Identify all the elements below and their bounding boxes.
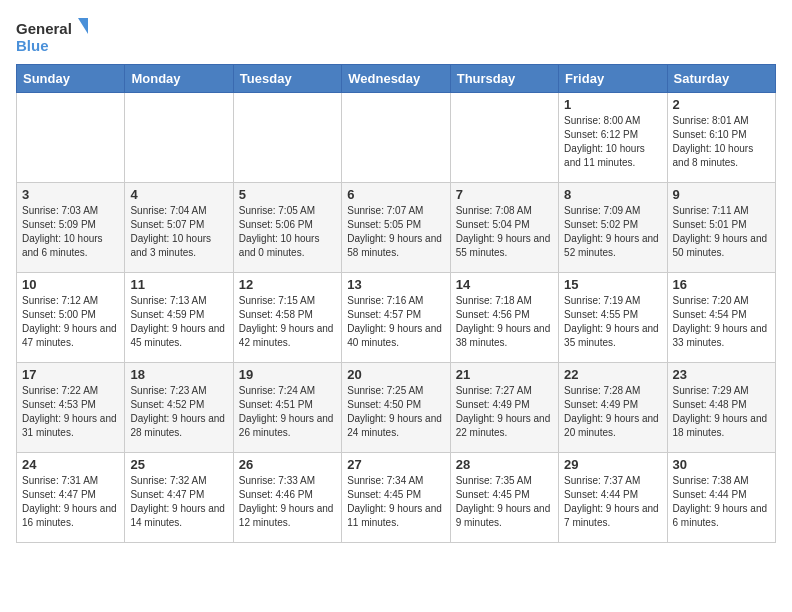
cell-info: Sunrise: 7:29 AM Sunset: 4:48 PM Dayligh… bbox=[673, 384, 770, 440]
day-number: 25 bbox=[130, 457, 227, 472]
cell-info: Sunrise: 7:25 AM Sunset: 4:50 PM Dayligh… bbox=[347, 384, 444, 440]
weekday-header-friday: Friday bbox=[559, 65, 667, 93]
day-number: 17 bbox=[22, 367, 119, 382]
cell-info: Sunrise: 7:07 AM Sunset: 5:05 PM Dayligh… bbox=[347, 204, 444, 260]
calendar-table: SundayMondayTuesdayWednesdayThursdayFrid… bbox=[16, 64, 776, 543]
calendar-cell: 28Sunrise: 7:35 AM Sunset: 4:45 PM Dayli… bbox=[450, 453, 558, 543]
week-row-5: 24Sunrise: 7:31 AM Sunset: 4:47 PM Dayli… bbox=[17, 453, 776, 543]
weekday-header-thursday: Thursday bbox=[450, 65, 558, 93]
calendar-cell: 7Sunrise: 7:08 AM Sunset: 5:04 PM Daylig… bbox=[450, 183, 558, 273]
day-number: 1 bbox=[564, 97, 661, 112]
svg-marker-2 bbox=[78, 18, 88, 34]
calendar-cell: 20Sunrise: 7:25 AM Sunset: 4:50 PM Dayli… bbox=[342, 363, 450, 453]
day-number: 30 bbox=[673, 457, 770, 472]
day-number: 14 bbox=[456, 277, 553, 292]
svg-text:Blue: Blue bbox=[16, 37, 49, 54]
logo: GeneralBlue bbox=[16, 16, 96, 56]
calendar-cell: 9Sunrise: 7:11 AM Sunset: 5:01 PM Daylig… bbox=[667, 183, 775, 273]
week-row-3: 10Sunrise: 7:12 AM Sunset: 5:00 PM Dayli… bbox=[17, 273, 776, 363]
day-number: 4 bbox=[130, 187, 227, 202]
calendar-cell bbox=[342, 93, 450, 183]
logo-svg: GeneralBlue bbox=[16, 16, 96, 56]
calendar-cell: 3Sunrise: 7:03 AM Sunset: 5:09 PM Daylig… bbox=[17, 183, 125, 273]
weekday-header-wednesday: Wednesday bbox=[342, 65, 450, 93]
calendar-cell: 24Sunrise: 7:31 AM Sunset: 4:47 PM Dayli… bbox=[17, 453, 125, 543]
cell-info: Sunrise: 7:12 AM Sunset: 5:00 PM Dayligh… bbox=[22, 294, 119, 350]
calendar-cell: 11Sunrise: 7:13 AM Sunset: 4:59 PM Dayli… bbox=[125, 273, 233, 363]
day-number: 13 bbox=[347, 277, 444, 292]
day-number: 27 bbox=[347, 457, 444, 472]
day-number: 28 bbox=[456, 457, 553, 472]
calendar-cell: 22Sunrise: 7:28 AM Sunset: 4:49 PM Dayli… bbox=[559, 363, 667, 453]
calendar-cell: 23Sunrise: 7:29 AM Sunset: 4:48 PM Dayli… bbox=[667, 363, 775, 453]
cell-info: Sunrise: 7:03 AM Sunset: 5:09 PM Dayligh… bbox=[22, 204, 119, 260]
calendar-cell: 25Sunrise: 7:32 AM Sunset: 4:47 PM Dayli… bbox=[125, 453, 233, 543]
day-number: 7 bbox=[456, 187, 553, 202]
weekday-header-row: SundayMondayTuesdayWednesdayThursdayFrid… bbox=[17, 65, 776, 93]
calendar-cell: 2Sunrise: 8:01 AM Sunset: 6:10 PM Daylig… bbox=[667, 93, 775, 183]
calendar-cell: 26Sunrise: 7:33 AM Sunset: 4:46 PM Dayli… bbox=[233, 453, 341, 543]
cell-info: Sunrise: 7:19 AM Sunset: 4:55 PM Dayligh… bbox=[564, 294, 661, 350]
calendar-cell: 16Sunrise: 7:20 AM Sunset: 4:54 PM Dayli… bbox=[667, 273, 775, 363]
cell-info: Sunrise: 7:31 AM Sunset: 4:47 PM Dayligh… bbox=[22, 474, 119, 530]
calendar-cell: 15Sunrise: 7:19 AM Sunset: 4:55 PM Dayli… bbox=[559, 273, 667, 363]
week-row-2: 3Sunrise: 7:03 AM Sunset: 5:09 PM Daylig… bbox=[17, 183, 776, 273]
day-number: 2 bbox=[673, 97, 770, 112]
calendar-cell: 21Sunrise: 7:27 AM Sunset: 4:49 PM Dayli… bbox=[450, 363, 558, 453]
cell-info: Sunrise: 7:35 AM Sunset: 4:45 PM Dayligh… bbox=[456, 474, 553, 530]
calendar-cell: 12Sunrise: 7:15 AM Sunset: 4:58 PM Dayli… bbox=[233, 273, 341, 363]
weekday-header-sunday: Sunday bbox=[17, 65, 125, 93]
calendar-cell bbox=[125, 93, 233, 183]
cell-info: Sunrise: 8:00 AM Sunset: 6:12 PM Dayligh… bbox=[564, 114, 661, 170]
day-number: 19 bbox=[239, 367, 336, 382]
day-number: 24 bbox=[22, 457, 119, 472]
day-number: 20 bbox=[347, 367, 444, 382]
calendar-cell: 27Sunrise: 7:34 AM Sunset: 4:45 PM Dayli… bbox=[342, 453, 450, 543]
calendar-cell: 18Sunrise: 7:23 AM Sunset: 4:52 PM Dayli… bbox=[125, 363, 233, 453]
day-number: 23 bbox=[673, 367, 770, 382]
cell-info: Sunrise: 7:27 AM Sunset: 4:49 PM Dayligh… bbox=[456, 384, 553, 440]
day-number: 29 bbox=[564, 457, 661, 472]
calendar-cell: 30Sunrise: 7:38 AM Sunset: 4:44 PM Dayli… bbox=[667, 453, 775, 543]
week-row-4: 17Sunrise: 7:22 AM Sunset: 4:53 PM Dayli… bbox=[17, 363, 776, 453]
day-number: 5 bbox=[239, 187, 336, 202]
calendar-cell: 1Sunrise: 8:00 AM Sunset: 6:12 PM Daylig… bbox=[559, 93, 667, 183]
cell-info: Sunrise: 7:04 AM Sunset: 5:07 PM Dayligh… bbox=[130, 204, 227, 260]
calendar-cell: 29Sunrise: 7:37 AM Sunset: 4:44 PM Dayli… bbox=[559, 453, 667, 543]
calendar-cell: 19Sunrise: 7:24 AM Sunset: 4:51 PM Dayli… bbox=[233, 363, 341, 453]
cell-info: Sunrise: 7:15 AM Sunset: 4:58 PM Dayligh… bbox=[239, 294, 336, 350]
day-number: 21 bbox=[456, 367, 553, 382]
cell-info: Sunrise: 7:20 AM Sunset: 4:54 PM Dayligh… bbox=[673, 294, 770, 350]
cell-info: Sunrise: 7:18 AM Sunset: 4:56 PM Dayligh… bbox=[456, 294, 553, 350]
day-number: 9 bbox=[673, 187, 770, 202]
weekday-header-saturday: Saturday bbox=[667, 65, 775, 93]
day-number: 15 bbox=[564, 277, 661, 292]
cell-info: Sunrise: 7:09 AM Sunset: 5:02 PM Dayligh… bbox=[564, 204, 661, 260]
week-row-1: 1Sunrise: 8:00 AM Sunset: 6:12 PM Daylig… bbox=[17, 93, 776, 183]
cell-info: Sunrise: 7:37 AM Sunset: 4:44 PM Dayligh… bbox=[564, 474, 661, 530]
calendar-cell bbox=[233, 93, 341, 183]
day-number: 18 bbox=[130, 367, 227, 382]
calendar-cell: 17Sunrise: 7:22 AM Sunset: 4:53 PM Dayli… bbox=[17, 363, 125, 453]
cell-info: Sunrise: 7:23 AM Sunset: 4:52 PM Dayligh… bbox=[130, 384, 227, 440]
calendar-cell bbox=[450, 93, 558, 183]
day-number: 22 bbox=[564, 367, 661, 382]
cell-info: Sunrise: 7:38 AM Sunset: 4:44 PM Dayligh… bbox=[673, 474, 770, 530]
calendar-cell bbox=[17, 93, 125, 183]
day-number: 10 bbox=[22, 277, 119, 292]
day-number: 26 bbox=[239, 457, 336, 472]
calendar-cell: 6Sunrise: 7:07 AM Sunset: 5:05 PM Daylig… bbox=[342, 183, 450, 273]
weekday-header-monday: Monday bbox=[125, 65, 233, 93]
cell-info: Sunrise: 8:01 AM Sunset: 6:10 PM Dayligh… bbox=[673, 114, 770, 170]
calendar-cell: 13Sunrise: 7:16 AM Sunset: 4:57 PM Dayli… bbox=[342, 273, 450, 363]
day-number: 16 bbox=[673, 277, 770, 292]
cell-info: Sunrise: 7:24 AM Sunset: 4:51 PM Dayligh… bbox=[239, 384, 336, 440]
day-number: 6 bbox=[347, 187, 444, 202]
cell-info: Sunrise: 7:11 AM Sunset: 5:01 PM Dayligh… bbox=[673, 204, 770, 260]
cell-info: Sunrise: 7:32 AM Sunset: 4:47 PM Dayligh… bbox=[130, 474, 227, 530]
calendar-cell: 4Sunrise: 7:04 AM Sunset: 5:07 PM Daylig… bbox=[125, 183, 233, 273]
weekday-header-tuesday: Tuesday bbox=[233, 65, 341, 93]
cell-info: Sunrise: 7:22 AM Sunset: 4:53 PM Dayligh… bbox=[22, 384, 119, 440]
cell-info: Sunrise: 7:33 AM Sunset: 4:46 PM Dayligh… bbox=[239, 474, 336, 530]
svg-text:General: General bbox=[16, 20, 72, 37]
